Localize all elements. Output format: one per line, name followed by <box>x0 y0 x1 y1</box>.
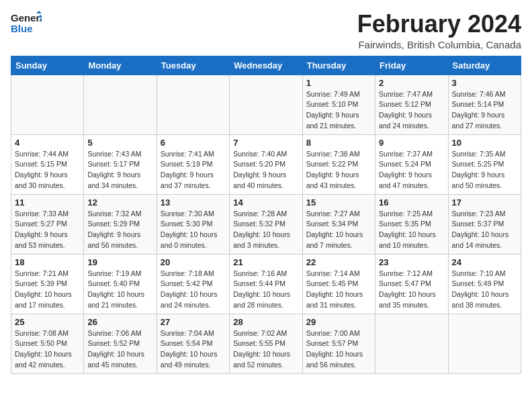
svg-text:General: General <box>11 12 42 24</box>
calendar-cell: 18Sunrise: 7:21 AM Sunset: 5:39 PM Dayli… <box>11 254 84 314</box>
calendar-cell: 24Sunrise: 7:10 AM Sunset: 5:49 PM Dayli… <box>448 254 521 314</box>
page-subtitle: Fairwinds, British Columbia, Canada <box>357 39 521 50</box>
day-number: 10 <box>452 138 517 148</box>
calendar-table: SundayMondayTuesdayWednesdayThursdayFrid… <box>11 56 521 374</box>
day-number: 18 <box>15 257 80 267</box>
day-number: 15 <box>306 197 371 208</box>
day-detail: Sunrise: 7:33 AM Sunset: 5:27 PM Dayligh… <box>15 209 80 251</box>
day-detail: Sunrise: 7:25 AM Sunset: 5:35 PM Dayligh… <box>379 209 444 251</box>
calendar-cell <box>230 75 302 134</box>
calendar-cell: 4Sunrise: 7:44 AM Sunset: 5:15 PM Daylig… <box>11 134 84 194</box>
header-cell-tuesday: Tuesday <box>157 56 229 75</box>
calendar-cell: 14Sunrise: 7:28 AM Sunset: 5:32 PM Dayli… <box>230 194 302 254</box>
day-number: 11 <box>15 197 80 208</box>
day-detail: Sunrise: 7:44 AM Sunset: 5:15 PM Dayligh… <box>15 149 80 191</box>
day-detail: Sunrise: 7:49 AM Sunset: 5:10 PM Dayligh… <box>306 89 371 132</box>
calendar-cell: 19Sunrise: 7:19 AM Sunset: 5:40 PM Dayli… <box>84 254 157 314</box>
day-detail: Sunrise: 7:30 AM Sunset: 5:30 PM Dayligh… <box>161 209 226 251</box>
day-number: 21 <box>233 257 298 267</box>
day-detail: Sunrise: 7:38 AM Sunset: 5:22 PM Dayligh… <box>306 149 371 191</box>
day-number: 16 <box>379 197 444 208</box>
day-number: 2 <box>379 78 444 88</box>
calendar-week-1: 1Sunrise: 7:49 AM Sunset: 5:10 PM Daylig… <box>11 75 521 134</box>
svg-text:Blue: Blue <box>11 23 33 34</box>
calendar-cell: 1Sunrise: 7:49 AM Sunset: 5:10 PM Daylig… <box>302 75 375 134</box>
day-number: 1 <box>306 78 371 88</box>
calendar-cell: 20Sunrise: 7:18 AM Sunset: 5:42 PM Dayli… <box>157 254 229 314</box>
logo: General Blue <box>11 11 42 38</box>
calendar-cell: 3Sunrise: 7:46 AM Sunset: 5:14 PM Daylig… <box>448 75 521 134</box>
day-detail: Sunrise: 7:46 AM Sunset: 5:14 PM Dayligh… <box>452 89 517 132</box>
calendar-cell: 5Sunrise: 7:43 AM Sunset: 5:17 PM Daylig… <box>84 134 157 194</box>
calendar-week-3: 11Sunrise: 7:33 AM Sunset: 5:27 PM Dayli… <box>11 194 521 254</box>
calendar-cell: 27Sunrise: 7:04 AM Sunset: 5:54 PM Dayli… <box>157 314 229 373</box>
day-number: 24 <box>452 257 517 267</box>
header-cell-friday: Friday <box>375 56 448 75</box>
calendar-cell: 8Sunrise: 7:38 AM Sunset: 5:22 PM Daylig… <box>302 134 375 194</box>
calendar-cell: 16Sunrise: 7:25 AM Sunset: 5:35 PM Dayli… <box>375 194 448 254</box>
day-number: 7 <box>233 138 298 148</box>
day-number: 20 <box>161 257 226 267</box>
day-number: 27 <box>161 317 226 327</box>
calendar-cell: 13Sunrise: 7:30 AM Sunset: 5:30 PM Dayli… <box>157 194 229 254</box>
logo-svg: General Blue <box>11 11 42 38</box>
calendar-cell: 9Sunrise: 7:37 AM Sunset: 5:24 PM Daylig… <box>375 134 448 194</box>
day-detail: Sunrise: 7:40 AM Sunset: 5:20 PM Dayligh… <box>233 149 298 191</box>
day-detail: Sunrise: 7:32 AM Sunset: 5:29 PM Dayligh… <box>87 209 152 251</box>
day-number: 8 <box>306 138 371 148</box>
calendar-cell <box>11 75 84 134</box>
day-detail: Sunrise: 7:10 AM Sunset: 5:49 PM Dayligh… <box>452 269 517 311</box>
calendar-cell: 6Sunrise: 7:41 AM Sunset: 5:19 PM Daylig… <box>157 134 229 194</box>
calendar-week-4: 18Sunrise: 7:21 AM Sunset: 5:39 PM Dayli… <box>11 254 521 314</box>
calendar-week-2: 4Sunrise: 7:44 AM Sunset: 5:15 PM Daylig… <box>11 134 521 194</box>
logo-box: General Blue <box>11 11 42 38</box>
calendar-cell: 2Sunrise: 7:47 AM Sunset: 5:12 PM Daylig… <box>375 75 448 134</box>
header-cell-sunday: Sunday <box>11 56 84 75</box>
title-area: February 2024 Fairwinds, British Columbi… <box>357 11 521 50</box>
day-number: 5 <box>87 138 152 148</box>
day-number: 26 <box>87 317 152 327</box>
calendar-cell: 21Sunrise: 7:16 AM Sunset: 5:44 PM Dayli… <box>230 254 302 314</box>
day-detail: Sunrise: 7:27 AM Sunset: 5:34 PM Dayligh… <box>306 209 371 251</box>
day-number: 19 <box>87 257 152 267</box>
day-number: 25 <box>15 317 80 327</box>
day-number: 4 <box>15 138 80 148</box>
day-detail: Sunrise: 7:21 AM Sunset: 5:39 PM Dayligh… <box>15 269 80 311</box>
day-number: 17 <box>452 197 517 208</box>
header-cell-wednesday: Wednesday <box>230 56 302 75</box>
day-number: 28 <box>233 317 298 327</box>
calendar-cell: 23Sunrise: 7:12 AM Sunset: 5:47 PM Dayli… <box>375 254 448 314</box>
day-number: 29 <box>306 317 371 327</box>
day-number: 12 <box>87 197 152 208</box>
calendar-cell: 22Sunrise: 7:14 AM Sunset: 5:45 PM Dayli… <box>302 254 375 314</box>
day-number: 14 <box>233 197 298 208</box>
day-detail: Sunrise: 7:19 AM Sunset: 5:40 PM Dayligh… <box>87 269 152 311</box>
calendar-cell <box>448 314 521 373</box>
day-detail: Sunrise: 7:23 AM Sunset: 5:37 PM Dayligh… <box>452 209 517 251</box>
day-number: 6 <box>161 138 226 148</box>
day-number: 9 <box>379 138 444 148</box>
day-detail: Sunrise: 7:47 AM Sunset: 5:12 PM Dayligh… <box>379 89 444 132</box>
calendar-cell: 25Sunrise: 7:08 AM Sunset: 5:50 PM Dayli… <box>11 314 84 373</box>
header-cell-saturday: Saturday <box>448 56 521 75</box>
day-number: 3 <box>452 78 517 88</box>
calendar-cell: 11Sunrise: 7:33 AM Sunset: 5:27 PM Dayli… <box>11 194 84 254</box>
day-detail: Sunrise: 7:41 AM Sunset: 5:19 PM Dayligh… <box>161 149 226 191</box>
day-detail: Sunrise: 7:04 AM Sunset: 5:54 PM Dayligh… <box>161 328 226 371</box>
day-detail: Sunrise: 7:37 AM Sunset: 5:24 PM Dayligh… <box>379 149 444 191</box>
day-number: 23 <box>379 257 444 267</box>
calendar-cell: 26Sunrise: 7:06 AM Sunset: 5:52 PM Dayli… <box>84 314 157 373</box>
page-title: February 2024 <box>357 11 521 38</box>
page-header: General Blue February 2024 Fairwinds, Br… <box>11 11 521 50</box>
day-detail: Sunrise: 7:12 AM Sunset: 5:47 PM Dayligh… <box>379 269 444 311</box>
calendar-week-5: 25Sunrise: 7:08 AM Sunset: 5:50 PM Dayli… <box>11 314 521 373</box>
day-detail: Sunrise: 7:00 AM Sunset: 5:57 PM Dayligh… <box>306 328 371 371</box>
day-detail: Sunrise: 7:14 AM Sunset: 5:45 PM Dayligh… <box>306 269 371 311</box>
day-detail: Sunrise: 7:16 AM Sunset: 5:44 PM Dayligh… <box>233 269 298 311</box>
calendar-cell: 15Sunrise: 7:27 AM Sunset: 5:34 PM Dayli… <box>302 194 375 254</box>
day-number: 13 <box>161 197 226 208</box>
header-cell-thursday: Thursday <box>302 56 375 75</box>
calendar-cell: 10Sunrise: 7:35 AM Sunset: 5:25 PM Dayli… <box>448 134 521 194</box>
calendar-cell <box>375 314 448 373</box>
calendar-cell: 29Sunrise: 7:00 AM Sunset: 5:57 PM Dayli… <box>302 314 375 373</box>
